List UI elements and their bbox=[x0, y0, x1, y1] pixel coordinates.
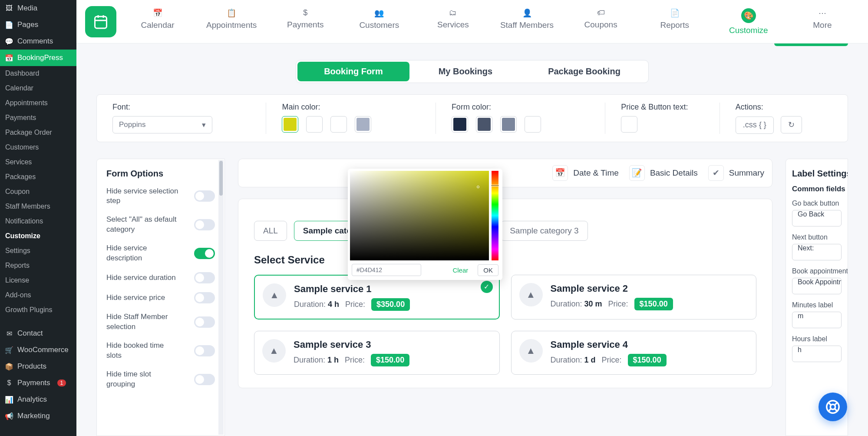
option-row: Hide time slot grouping bbox=[106, 369, 215, 389]
nav-tab-customers[interactable]: 👥Customers bbox=[342, 5, 416, 39]
service-name: Sample service 3 bbox=[294, 339, 409, 350]
step-summary[interactable]: ✔Summary bbox=[708, 165, 764, 181]
color-swatch[interactable] bbox=[525, 116, 541, 133]
nav-tab-calendar[interactable]: 📅Calendar bbox=[121, 5, 195, 39]
wp-submenu-notifications[interactable]: Notifications bbox=[0, 214, 76, 229]
picker-ok-button[interactable]: OK bbox=[478, 264, 498, 276]
wp-submenu-payments[interactable]: Payments bbox=[0, 110, 76, 125]
segment-my-bookings[interactable]: My Bookings bbox=[411, 60, 520, 83]
color-swatch[interactable] bbox=[282, 116, 298, 133]
wp-submenu-packages[interactable]: Packages bbox=[0, 170, 76, 184]
color-swatch[interactable] bbox=[500, 116, 517, 133]
color-swatch[interactable] bbox=[355, 116, 371, 133]
nav-tab-coupons[interactable]: 🏷Coupons bbox=[564, 5, 638, 39]
step-bar: 📅Date & Time📝Basic Details✔Summary bbox=[238, 159, 772, 187]
price-label: Price & Button text: bbox=[621, 103, 703, 112]
svg-rect-0 bbox=[95, 17, 107, 28]
field-input[interactable]: Next: bbox=[792, 244, 842, 260]
color-swatch[interactable] bbox=[330, 116, 347, 133]
wp-submenu-staff-members[interactable]: Staff Members bbox=[0, 199, 76, 214]
wp-submenu-services[interactable]: Services bbox=[0, 155, 76, 170]
step-basic-details[interactable]: 📝Basic Details bbox=[629, 165, 698, 181]
service-image-icon: ▲ bbox=[519, 339, 543, 363]
category-all[interactable]: ALL bbox=[254, 221, 287, 241]
reset-button[interactable]: ↻ bbox=[781, 116, 802, 133]
wp-menu-pages[interactable]: 📄Pages bbox=[0, 17, 76, 33]
css-button[interactable]: .css { } bbox=[736, 116, 774, 134]
wp-menu-comments[interactable]: 💬Comments bbox=[0, 33, 76, 50]
segment-package-booking[interactable]: Package Booking bbox=[520, 60, 648, 83]
wp-submenu-appointments[interactable]: Appointments bbox=[0, 96, 76, 110]
wp-menu-analytics[interactable]: 📊Analytics bbox=[0, 391, 76, 408]
toggle[interactable] bbox=[194, 190, 215, 202]
wp-submenu-coupon[interactable]: Coupon bbox=[0, 184, 76, 199]
nav-icon: $ bbox=[303, 8, 307, 17]
nav-icon: ⋯ bbox=[818, 8, 826, 18]
form-color-label: Form color: bbox=[452, 103, 589, 112]
segment-booking-form[interactable]: Booking Form bbox=[297, 62, 409, 81]
toggle[interactable] bbox=[194, 374, 215, 385]
option-row: Hide booked time slots bbox=[106, 341, 215, 361]
field-input[interactable]: m bbox=[792, 312, 842, 328]
wp-submenu-customers[interactable]: Customers bbox=[0, 140, 76, 155]
wp-menu-marketing[interactable]: 📢Marketing bbox=[0, 408, 76, 424]
service-card[interactable]: ✓▲Sample service 1Duration: 4 hPrice:$35… bbox=[254, 275, 500, 320]
category-pill[interactable]: Sample category 3 bbox=[501, 221, 587, 241]
service-card[interactable]: ▲Sample service 3Duration: 1 hPrice:$150… bbox=[254, 331, 500, 375]
toggle[interactable] bbox=[194, 248, 215, 259]
menu-icon: 📢 bbox=[5, 412, 13, 420]
wp-submenu-dashboard[interactable]: Dashboard bbox=[0, 66, 76, 81]
service-card[interactable]: ▲Sample service 4Duration: 1 dPrice:$150… bbox=[511, 331, 757, 375]
actions-label: Actions: bbox=[736, 103, 832, 112]
nav-tab-appointments[interactable]: 📋Appointments bbox=[195, 5, 268, 39]
preview-panel: 📅Date & Time📝Basic Details✔Summary ALLSa… bbox=[225, 159, 785, 436]
color-swatch[interactable] bbox=[306, 116, 323, 133]
option-label: Hide time slot grouping bbox=[106, 369, 180, 389]
wp-menu-bookingpress[interactable]: 📅BookingPress bbox=[0, 50, 76, 66]
wp-submenu-calendar[interactable]: Calendar bbox=[0, 81, 76, 96]
nav-tab-customize[interactable]: 🎨Customize bbox=[712, 5, 785, 39]
wp-menu-media[interactable]: 🖼Media bbox=[0, 0, 76, 17]
wp-menu-products[interactable]: 📦Products bbox=[0, 358, 76, 375]
hue-slider[interactable] bbox=[492, 171, 498, 260]
price-color-swatch[interactable] bbox=[621, 116, 637, 133]
color-swatch[interactable] bbox=[452, 116, 468, 133]
scrollbar-thumb[interactable] bbox=[219, 161, 223, 196]
wp-submenu-growth-plugins[interactable]: Growth Plugins bbox=[0, 303, 76, 317]
wp-submenu-reports[interactable]: Reports bbox=[0, 258, 76, 273]
wp-submenu-package-order[interactable]: Package Order bbox=[0, 125, 76, 140]
field-input[interactable]: Go Back bbox=[792, 210, 842, 226]
wp-menu-woocommerce[interactable]: 🛒WooCommerce bbox=[0, 342, 76, 358]
service-image-icon: ▲ bbox=[263, 283, 286, 307]
toggle[interactable] bbox=[194, 345, 215, 356]
toggle[interactable] bbox=[194, 272, 215, 283]
nav-tab-more[interactable]: ⋯More bbox=[785, 5, 859, 39]
nav-tab-payments[interactable]: $Payments bbox=[268, 5, 342, 39]
form-options-panel: Form Options Hide service selection step… bbox=[96, 159, 225, 436]
step-date-time[interactable]: 📅Date & Time bbox=[552, 165, 619, 181]
wp-submenu-license[interactable]: License bbox=[0, 273, 76, 288]
wp-submenu-settings[interactable]: Settings bbox=[0, 243, 76, 258]
option-label: Hide service description bbox=[106, 243, 180, 263]
nav-tab-services[interactable]: 🗂Services bbox=[416, 5, 490, 39]
refresh-icon: ↻ bbox=[788, 120, 795, 130]
field-input[interactable]: Book Appointment bbox=[792, 278, 842, 294]
picker-clear-button[interactable]: Clear bbox=[447, 265, 473, 276]
help-fab[interactable] bbox=[818, 393, 847, 421]
wp-submenu-customize[interactable]: Customize bbox=[0, 229, 76, 243]
color-swatch[interactable] bbox=[476, 116, 492, 133]
nav-tab-reports[interactable]: 📄Reports bbox=[638, 5, 712, 39]
service-card[interactable]: ▲Sample service 2Duration: 30 mPrice:$15… bbox=[511, 275, 757, 320]
hex-input[interactable] bbox=[352, 264, 421, 276]
nav-tab-staff-members[interactable]: 👤Staff Members bbox=[490, 5, 564, 39]
saturation-value-panel[interactable] bbox=[350, 171, 489, 260]
wp-submenu-add-ons[interactable]: Add-ons bbox=[0, 288, 76, 303]
field-input[interactable]: h bbox=[792, 346, 842, 362]
wp-menu-contact[interactable]: ✉Contact bbox=[0, 325, 76, 342]
wp-menu-payments[interactable]: $Payments1 bbox=[0, 375, 76, 391]
font-select[interactable]: Poppins ▾ bbox=[112, 116, 212, 133]
toggle[interactable] bbox=[194, 292, 215, 303]
badge: 1 bbox=[57, 379, 66, 386]
toggle[interactable] bbox=[194, 219, 215, 230]
toggle[interactable] bbox=[194, 316, 215, 328]
